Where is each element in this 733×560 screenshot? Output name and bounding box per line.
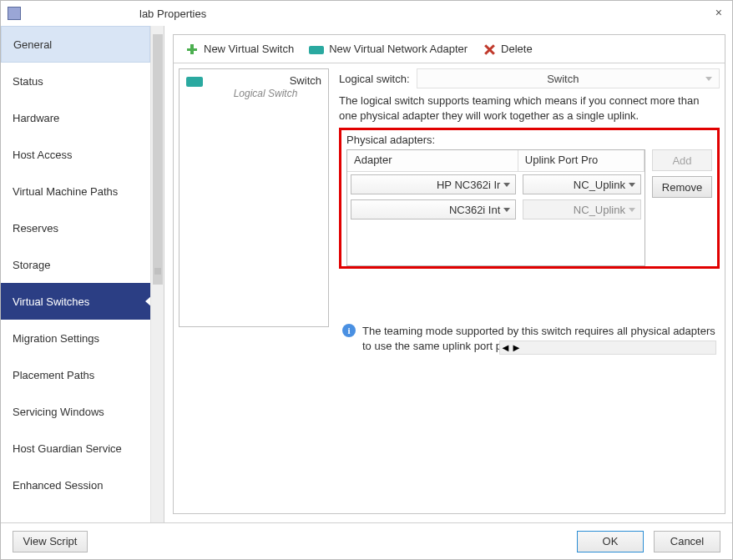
- scroll-left-arrow[interactable]: ◄: [500, 341, 511, 354]
- scroll-right-arrow[interactable]: ►: [511, 341, 522, 354]
- sidebar-item-label: Host Access: [13, 149, 73, 161]
- sidebar-item-virtual-switches[interactable]: Virtual Switches: [1, 283, 150, 320]
- sidebar-item-label: Hardware: [13, 112, 59, 124]
- sidebar-scrollbar[interactable]: [150, 26, 164, 522]
- header-adapter[interactable]: Adapter: [347, 150, 518, 172]
- sidebar-item-label: Storage: [13, 259, 51, 271]
- details-pane: Logical switch: Switch The logical switc…: [334, 63, 725, 513]
- delete-button[interactable]: Delete: [478, 41, 538, 58]
- uplink-dropdown[interactable]: NC_Uplink: [523, 199, 641, 219]
- sidebar-item-host-guardian[interactable]: Host Guardian Service: [1, 430, 150, 467]
- table-header: Adapter Uplink Port Pro: [347, 150, 645, 172]
- panel: New Virtual Switch New Virtual Network A…: [173, 34, 725, 514]
- logical-switch-description: The logical switch supports teaming whic…: [339, 93, 720, 123]
- switch-item-name: Switch: [210, 74, 321, 87]
- uplink-dropdown[interactable]: NC_Uplink: [523, 174, 641, 194]
- adapter-value: HP NC362i Ir: [437, 179, 500, 191]
- physical-adapters-highlight: Physical adapters: Adapter Uplink Port P…: [339, 128, 720, 269]
- switch-icon: [186, 77, 203, 87]
- sidebar-item-reserves[interactable]: Reserves: [1, 209, 150, 246]
- sidebar-item-enhanced-session[interactable]: Enhanced Session: [1, 467, 150, 503]
- content-area: New Virtual Switch New Virtual Network A…: [164, 26, 732, 522]
- window-icon: [8, 7, 21, 20]
- sidebar-item-general[interactable]: General: [1, 26, 150, 63]
- toolbar-label: New Virtual Network Adapter: [329, 43, 468, 55]
- sidebar-item-label: General: [13, 38, 52, 51]
- sidebar-item-label: Placement Paths: [13, 369, 94, 381]
- sidebar: General Status Hardware Host Access Virt…: [1, 26, 164, 522]
- network-adapter-icon: [309, 46, 324, 54]
- table-row: HP NC362i Ir NC_Uplink: [347, 172, 645, 197]
- switch-item-subtitle: Logical Switch: [210, 88, 321, 99]
- close-icon[interactable]: ×: [715, 6, 722, 19]
- horizontal-scrollbar[interactable]: ◄ ►: [499, 341, 716, 355]
- sidebar-item-placement-paths[interactable]: Placement Paths: [1, 356, 150, 393]
- toolbar-label: Delete: [501, 43, 533, 55]
- new-virtual-switch-button[interactable]: New Virtual Switch: [180, 41, 299, 58]
- logical-switch-label: Logical switch:: [339, 73, 410, 85]
- uplink-value: NC_Uplink: [574, 179, 625, 191]
- adapter-value: NC362i Int: [449, 204, 500, 216]
- new-virtual-network-adapter-button[interactable]: New Virtual Network Adapter: [304, 41, 473, 57]
- toolbar: New Virtual Switch New Virtual Network A…: [174, 35, 725, 63]
- sidebar-item-label: Servicing Windows: [13, 406, 104, 418]
- ok-button[interactable]: OK: [577, 531, 644, 552]
- adapter-dropdown[interactable]: NC362i Int: [351, 199, 516, 219]
- adapters-table: Adapter Uplink Port Pro HP NC362i Ir NC_…: [346, 149, 645, 266]
- sidebar-item-label: Virtual Switches: [13, 295, 89, 308]
- sidebar-item-label: Reserves: [13, 222, 58, 235]
- sidebar-item-label: Host Guardian Service: [13, 442, 122, 455]
- sidebar-item-servicing-windows[interactable]: Servicing Windows: [1, 393, 150, 430]
- sidebar-item-status[interactable]: Status: [1, 63, 150, 99]
- sidebar-item-storage[interactable]: Storage: [1, 246, 150, 283]
- sidebar-item-label: Virtual Machine Paths: [13, 185, 118, 198]
- titlebar: lab Properties ×: [1, 1, 732, 26]
- add-button: Add: [652, 149, 712, 171]
- delete-icon: [483, 43, 496, 56]
- view-script-button[interactable]: View Script: [13, 531, 88, 552]
- sidebar-item-label: Status: [13, 75, 43, 88]
- toolbar-label: New Virtual Switch: [204, 43, 294, 55]
- sidebar-item-label: Enhanced Session: [13, 479, 103, 492]
- header-uplink[interactable]: Uplink Port Pro: [518, 150, 645, 172]
- adapter-dropdown[interactable]: HP NC362i Ir: [351, 174, 516, 194]
- sidebar-item-hardware[interactable]: Hardware: [1, 99, 150, 136]
- sidebar-item-host-access[interactable]: Host Access: [1, 136, 150, 173]
- scrollbar-grip: [154, 268, 161, 275]
- footer: View Script OK Cancel: [1, 522, 732, 559]
- uplink-value: NC_Uplink: [574, 204, 625, 216]
- physical-adapters-label: Physical adapters:: [346, 134, 712, 146]
- info-icon: i: [342, 324, 356, 337]
- logical-switch-dropdown[interactable]: Switch: [417, 68, 720, 88]
- scrollbar-thumb[interactable]: [153, 34, 163, 285]
- cancel-button[interactable]: Cancel: [654, 531, 720, 552]
- switch-list[interactable]: Switch Logical Switch: [179, 68, 329, 327]
- plus-icon: [185, 43, 199, 56]
- sidebar-item-vm-paths[interactable]: Virtual Machine Paths: [1, 173, 150, 209]
- remove-button[interactable]: Remove: [652, 176, 712, 198]
- sidebar-item-label: Migration Settings: [13, 332, 99, 345]
- table-row: NC362i Int NC_Uplink: [347, 197, 645, 222]
- window-title: lab Properties: [139, 8, 206, 20]
- switch-list-item[interactable]: Switch Logical Switch: [179, 69, 328, 103]
- logical-switch-value: Switch: [547, 73, 579, 85]
- sidebar-item-migration-settings[interactable]: Migration Settings: [1, 320, 150, 356]
